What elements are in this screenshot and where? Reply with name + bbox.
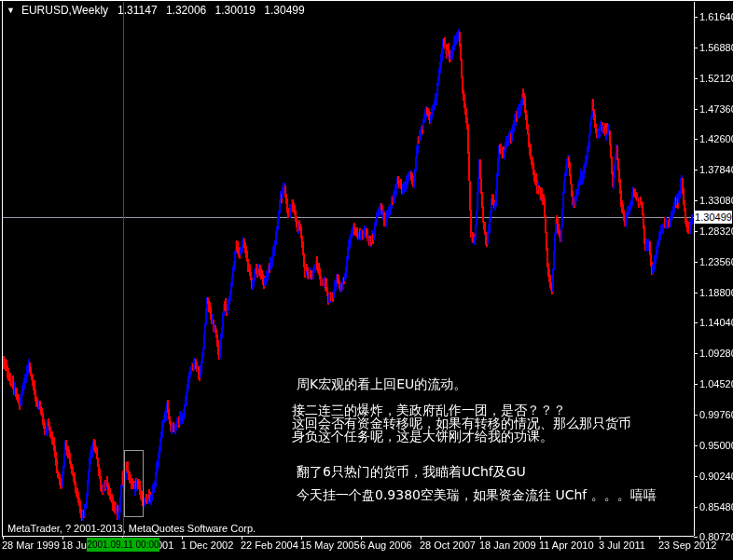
date-label: 6 Aug 2006 xyxy=(360,540,412,551)
price-tick xyxy=(694,262,698,263)
window-left-border xyxy=(2,0,3,537)
price-label: 1.52120 xyxy=(699,73,733,84)
price-tick xyxy=(694,384,698,385)
price-label: 1.37840 xyxy=(699,164,733,175)
price-label: 0.95000 xyxy=(699,440,733,451)
date-label: 15 May 2005 xyxy=(300,540,360,551)
annotation-text-2-line3: 身负这个任务呢，这是大饼刚才给我的功课。 xyxy=(292,429,553,444)
price-label: 1.09280 xyxy=(699,348,733,359)
price-label: 1.14040 xyxy=(699,317,733,328)
selection-rectangle[interactable] xyxy=(124,450,144,517)
price-tick xyxy=(694,507,698,508)
price-label: 0.99760 xyxy=(699,409,733,420)
price-tick xyxy=(694,353,698,354)
time-axis-line xyxy=(2,536,694,537)
chart-title: ▼ EURUSD,Weekly 1.31147 1.32006 1.30019 … xyxy=(7,4,305,17)
price-tick xyxy=(694,293,698,294)
annotation-text-2[interactable]: 接二连三的爆炸，美政府乱作一团，是否？？？这回会否有资金转移呢，如果有转移的情况… xyxy=(292,403,631,443)
chevron-down-icon[interactable]: ▼ xyxy=(7,6,15,15)
price-tick xyxy=(694,17,698,18)
date-label: 1 Dec 2002 xyxy=(181,540,233,551)
price-tick xyxy=(694,48,698,48)
window-top-border xyxy=(0,0,733,1)
date-label: 22 Feb 2004 xyxy=(241,540,298,551)
annotation-text-1[interactable]: 周K宏观的看上回EU的流动。 xyxy=(297,377,466,390)
date-label: 18 Jan 2009 xyxy=(479,540,536,551)
metatrader-chart-window: ▼ EURUSD,Weekly 1.31147 1.32006 1.30019 … xyxy=(0,0,733,560)
price-label: 1.23560 xyxy=(699,256,733,267)
price-axis-line xyxy=(694,2,695,536)
price-label: 1.28320 xyxy=(699,225,733,237)
copyright-text: MetaTrader, ? 2001-2013, MetaQuotes Soft… xyxy=(7,523,256,534)
price-tick xyxy=(694,415,698,416)
ohlc-values: 1.31147 1.32006 1.30019 1.30499 xyxy=(118,4,305,17)
price-label: 1.18800 xyxy=(699,287,733,298)
price-label: 1.56880 xyxy=(699,42,733,53)
date-label: 11 Apr 2010 xyxy=(539,540,594,551)
date-label: 23 Sep 2012 xyxy=(658,540,716,551)
price-tick xyxy=(694,445,698,446)
annotation-text-4[interactable]: 今天挂一个盘0.9380空美瑞，如果资金流往 UChf 。。。嘻嘻 xyxy=(297,488,657,501)
date-label: 3 Jul 2011 xyxy=(599,540,645,551)
symbol-period-label: EURUSD,Weekly xyxy=(21,4,108,17)
price-tick xyxy=(694,200,698,201)
price-label: 1.47360 xyxy=(699,103,733,115)
price-tick xyxy=(694,231,698,232)
current-price-badge: 1.30499 xyxy=(695,211,732,224)
price-label: 1.33080 xyxy=(699,195,733,206)
price-tick xyxy=(694,476,698,477)
price-tick xyxy=(694,537,698,538)
price-tick xyxy=(694,78,698,79)
date-label: 28 Mar 1999 xyxy=(2,540,60,551)
price-label: 0.85480 xyxy=(699,501,733,512)
price-label: 1.61640 xyxy=(699,11,733,22)
price-tick xyxy=(694,109,698,110)
price-label: 1.42600 xyxy=(699,133,733,144)
price-tick xyxy=(694,139,698,140)
price-label: 0.90240 xyxy=(699,471,733,482)
price-tick xyxy=(694,170,698,171)
candlestick-chart-canvas[interactable] xyxy=(0,0,694,537)
time-marker-date-badge: 2001.09.11 00:00 xyxy=(87,538,159,552)
annotation-text-3[interactable]: 翻了6只热门的货币，我瞄着UChf及GU xyxy=(297,465,526,478)
price-tick xyxy=(694,322,698,323)
date-label: 28 Oct 2007 xyxy=(420,540,476,551)
price-label: 1.04520 xyxy=(699,378,733,389)
